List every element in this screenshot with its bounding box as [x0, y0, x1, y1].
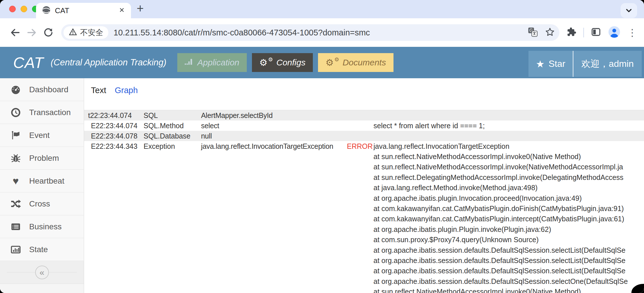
stack-line: at com.kakawanyifan.cat.CatMybatisPlugin… — [373, 214, 644, 224]
nav-configs-button[interactable]: ⚙⚙ Configs — [252, 53, 313, 72]
stack-line: at sun.reflect.DelegatingMethodAccessorI… — [373, 172, 644, 182]
list-icon — [10, 222, 22, 232]
tab-strip: CAT + — [0, 0, 644, 18]
sidebar-item-state[interactable]: State — [0, 238, 84, 261]
tab-title: CAT — [55, 6, 118, 15]
minimize-window-button[interactable] — [21, 6, 27, 12]
log-row: E22:23:44.074 SQL.Method select select *… — [84, 121, 644, 131]
log-time: t22:23:44.074 — [88, 110, 144, 121]
sidebar-item-event[interactable]: Event — [0, 124, 84, 147]
sidebar-item-label: Event — [29, 131, 50, 140]
app-nav: Application ⚙⚙ Configs ⚙⚙ Documents — [177, 53, 393, 72]
star-label: Star — [548, 59, 565, 69]
log-time: E22:23:44.078 — [88, 131, 144, 141]
nav-documents-label: Documents — [343, 58, 386, 67]
gears-icon: ⚙ — [325, 58, 334, 67]
sidebar-item-problem[interactable]: Problem — [0, 147, 84, 170]
gears-icon: ⚙ — [259, 58, 268, 67]
message-log: t22:23:44.074 SQL AlertMapper.selectById… — [84, 110, 644, 293]
stack-line: at sun.reflect.NativeMethodAccessorImpl.… — [373, 151, 644, 162]
nav-application-label: Application — [197, 58, 239, 67]
new-tab-button[interactable]: + — [137, 2, 144, 15]
divider — [7, 272, 35, 272]
extensions-icon[interactable] — [566, 27, 577, 38]
nav-application-button[interactable]: Application — [177, 53, 247, 72]
log-name: AlertMapper.selectById — [201, 110, 347, 121]
log-detail: java.lang.reflect.InvocationTargetExcept… — [373, 141, 644, 151]
log-name: java.lang.reflect.InvocationTargetExcept… — [201, 141, 347, 151]
stack-line: at com.sun.proxy.$Proxy74.query(Unknown … — [373, 234, 644, 245]
main-content: Text Graph t22:23:44.074 SQL AlertMapper… — [84, 78, 644, 293]
close-window-button[interactable] — [9, 6, 16, 12]
profile-avatar[interactable] — [608, 26, 621, 39]
page-body: Dashboard Transaction Event Problem — [0, 78, 644, 293]
sidebar-item-cross[interactable]: Cross — [0, 192, 84, 215]
nav-configs-label: Configs — [277, 58, 306, 67]
warning-icon — [69, 28, 77, 37]
browser-toolbar: 不安全 10.211.55.14:8080/cat/r/m/smc-c0a800… — [0, 18, 644, 47]
app-header: CAT (Central Application Tracking) Appli… — [0, 47, 644, 78]
shuffle-icon — [10, 199, 22, 209]
stack-line: at org.apache.ibatis.session.defaults.De… — [373, 255, 644, 266]
clock-icon — [10, 107, 22, 118]
sidebar-item-heartbeat[interactable]: ♥ Heartbeat — [0, 170, 84, 192]
log-type: SQL.Method — [144, 121, 201, 131]
stack-line: at org.apache.ibatis.plugin.Invocation.p… — [373, 193, 644, 203]
side-panel-icon[interactable] — [591, 27, 601, 38]
sidebar-item-transaction[interactable]: Transaction — [0, 101, 84, 124]
log-status: ERROR — [347, 141, 373, 151]
log-name: select — [201, 121, 347, 131]
tab-search-button[interactable] — [621, 3, 637, 18]
url-bar[interactable]: 不安全 10.211.55.14:8080/cat/r/m/smc-c0a800… — [61, 24, 559, 41]
log-time: E22:23:44.074 — [88, 121, 144, 131]
sidebar-footer — [0, 284, 84, 293]
sidebar-item-label: Business — [29, 222, 62, 231]
url-input[interactable]: 10.211.55.14:8080/cat/r/m/smc-c0a80066-4… — [114, 28, 528, 37]
browser-menu-icon[interactable]: ⋮ — [627, 28, 637, 37]
log-detail: select * from alert where id ==== 1; — [373, 121, 644, 131]
log-row: t22:23:44.074 SQL AlertMapper.selectById — [84, 110, 644, 121]
log-row: E22:23:44.078 SQL.Database null — [84, 131, 644, 141]
stack-line: at sun.reflect.NativeMethodAccessorImpl.… — [373, 162, 644, 172]
sidebar-item-label: State — [29, 245, 48, 254]
app-logo[interactable]: CAT — [13, 54, 44, 71]
browser-tab[interactable]: CAT — [36, 3, 131, 18]
sidebar-item-label: Heartbeat — [29, 176, 64, 186]
sidebar-item-dashboard[interactable]: Dashboard — [0, 78, 84, 101]
back-icon[interactable] — [9, 26, 22, 39]
stack-line: at org.apache.ibatis.plugin.Plugin.invok… — [373, 224, 644, 234]
star-button[interactable]: ★ Star — [528, 51, 573, 77]
app-subtitle: (Central Application Tracking) — [51, 57, 166, 68]
tab-text[interactable]: Text — [91, 86, 106, 95]
collapse-sidebar-button[interactable]: « — [35, 266, 49, 279]
stack-line: at org.apache.ibatis.session.defaults.De… — [373, 276, 644, 286]
gear-small-icon: ⚙ — [334, 57, 339, 62]
forward-icon[interactable] — [25, 26, 38, 39]
tab-graph[interactable]: Graph — [115, 86, 138, 95]
sidebar-item-label: Cross — [29, 199, 50, 208]
bar-chart-icon — [10, 244, 22, 255]
security-chip[interactable]: 不安全 — [63, 26, 108, 39]
tab-close-icon[interactable] — [118, 7, 125, 15]
log-type: Exception — [144, 141, 201, 151]
traffic-lights — [9, 6, 39, 12]
stack-line: at org.apache.ibatis.session.defaults.De… — [373, 245, 644, 255]
sidebar: Dashboard Transaction Event Problem — [0, 78, 84, 293]
welcome-user[interactable]: 欢迎，admin — [573, 51, 642, 77]
log-name: null — [201, 131, 347, 141]
sidebar-item-label: Transaction — [29, 108, 71, 117]
divider — [49, 272, 77, 272]
stack-line: at java.lang.reflect.Method.invoke(Metho… — [373, 182, 644, 193]
nav-documents-button[interactable]: ⚙⚙ Documents — [318, 53, 393, 72]
flag-icon — [10, 130, 22, 141]
bookmark-star-icon[interactable] — [545, 27, 555, 38]
translate-icon[interactable]: G — [528, 27, 538, 38]
log-type: SQL — [144, 110, 201, 121]
stack-line: at com.kakawanyifan.cat.CatMybatisPlugin… — [373, 203, 644, 214]
star-icon: ★ — [536, 58, 544, 70]
signal-bars-icon — [185, 58, 194, 68]
sidebar-item-business[interactable]: Business — [0, 215, 84, 238]
sidebar-item-label: Dashboard — [29, 85, 68, 94]
welcome-label: 欢迎，admin — [581, 58, 634, 70]
reload-icon[interactable] — [42, 26, 55, 39]
